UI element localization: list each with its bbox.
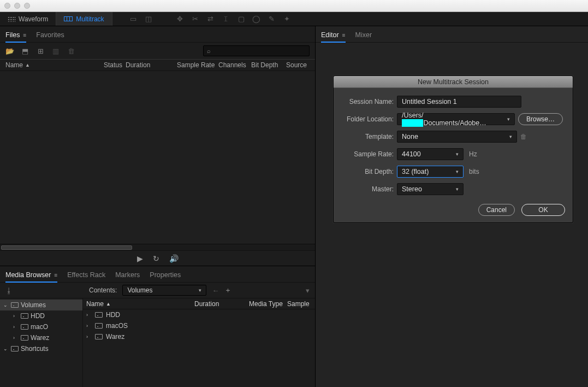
contents-select[interactable]: Volumes ▾ [122,285,206,296]
expand-arrow-icon[interactable]: ⌄ [3,302,9,308]
waveform-icon [8,16,15,22]
tool-heal-icon[interactable]: ✦ [283,15,292,24]
tree-label: Warez [31,334,49,342]
tree-label: Volumes [21,301,46,309]
dialog-title: New Multitrack Session [334,76,573,88]
col-duration[interactable]: Duration [126,61,177,69]
drive-icon [95,312,103,318]
expand-arrow-icon[interactable]: › [13,335,19,341]
cancel-button[interactable]: Cancel [478,204,515,216]
label-session-name: Session Name: [341,98,394,105]
browse-button[interactable]: Browse… [518,113,563,125]
chevron-down-icon: ▾ [456,151,459,157]
ok-button[interactable]: OK [521,204,565,216]
zoom-traffic-light[interactable] [24,3,30,9]
delete-icon[interactable]: 🗑 [67,47,75,55]
expand-arrow-icon[interactable]: › [13,324,19,330]
tree-row-shortcuts[interactable]: ⌄ Shortcuts [0,343,82,354]
tree-label: Shortcuts [21,345,49,353]
files-tab-menu-icon[interactable]: ≡ [23,32,26,38]
sample-rate-select[interactable]: 44100 ▾ [397,148,464,160]
list-col-media-type[interactable]: Media Type [249,300,287,308]
template-select[interactable]: None ▾ [397,131,517,143]
list-item[interactable]: › Warez [83,331,315,342]
expand-arrow-icon[interactable]: ⌄ [3,346,9,351]
tool-razor-icon[interactable]: ✂ [191,15,200,24]
label-template: Template: [341,133,394,140]
tool-b-icon[interactable]: ◫ [144,15,153,24]
back-icon[interactable]: ← [212,286,219,295]
add-shortcut-icon[interactable]: ＋ [224,285,231,295]
open-file-icon[interactable]: 📂 [5,47,14,55]
mode-multitrack-tab[interactable]: Multitrack [56,12,112,26]
editor-tab-menu-icon[interactable]: ≡ [342,32,346,38]
master-select[interactable]: Stereo ▾ [397,183,464,195]
row-folder-location: Folder Location: /Users/████Documents/Ad… [341,113,565,125]
col-bit-depth[interactable]: Bit Depth [251,61,286,69]
tab-markers[interactable]: Markers [115,271,140,282]
loop-icon[interactable]: ↻ [153,254,159,263]
tool-lasso-icon[interactable]: ◯ [252,15,261,24]
tab-effects-rack[interactable]: Effects Rack [67,271,105,282]
files-horiz-scrollbar[interactable] [0,244,315,250]
dialog-actions: Cancel OK [341,201,565,216]
row-bit-depth: Bit Depth: 32 (float) ▾ bits [341,166,565,178]
tree-row-maco[interactable]: › macO [0,321,82,332]
filter-icon[interactable]: ▾ [306,286,310,295]
minimize-traffic-light[interactable] [14,3,20,9]
tab-editor-label: Editor [321,31,339,39]
col-status[interactable]: Status [104,61,126,69]
delete-template-icon[interactable]: 🗑 [520,133,527,140]
new-file-icon[interactable]: ⊞ [36,47,45,55]
files-scrollbar-thumb[interactable] [1,245,132,250]
col-channels[interactable]: Channels [218,61,251,69]
tool-a-icon[interactable]: ▭ [129,15,138,24]
tab-mixer[interactable]: Mixer [355,31,372,42]
tool-slip-icon[interactable]: ⇄ [206,15,215,24]
left-column: Files ≡ Favorites 📂 ⬒ ⊞ ▥ 🗑 ⌕ Name ▲ Sta… [0,26,316,387]
col-sample-rate[interactable]: Sample Rate [177,61,218,69]
expand-arrow-icon[interactable]: › [86,312,92,318]
session-name-input[interactable]: Untitled Session 1 [397,96,521,108]
list-col-duration[interactable]: Duration [194,300,249,308]
tree-label: macO [31,323,48,331]
chevron-down-icon: ▾ [509,134,512,139]
tab-properties[interactable]: Properties [150,271,181,282]
tree-row-warez[interactable]: › Warez [0,332,82,343]
expand-arrow-icon[interactable]: › [86,334,92,339]
close-traffic-light[interactable] [4,3,10,9]
list-col-name[interactable]: Name ▲ [86,300,194,308]
media-tab-menu-icon[interactable]: ≡ [54,272,57,278]
chevron-down-icon: ▾ [456,169,459,174]
tree-row-volumes[interactable]: ⌄ Volumes [0,300,82,310]
label-sample-rate: Sample Rate: [341,150,394,158]
tool-brush-icon[interactable]: ✎ [268,15,276,24]
list-item[interactable]: › HDD [83,309,315,320]
play-icon[interactable]: ▶ [137,254,143,263]
files-columns-header: Name ▲ Status Duration Sample Rate Chann… [0,59,315,71]
list-item-name: macOS [106,322,128,330]
list-item[interactable]: › macOS [83,320,315,331]
col-name[interactable]: Name ▲ [5,61,104,69]
mode-waveform-tab[interactable]: Waveform [0,12,56,26]
auto-play-icon[interactable]: 🔊 [169,254,179,263]
list-col-sample[interactable]: Sample [287,300,310,308]
bit-depth-select[interactable]: 32 (float) ▾ [397,166,464,178]
files-search-input[interactable]: ⌕ [203,45,310,56]
insert-clip-icon[interactable]: ▥ [51,47,60,55]
media-body: ⌄ Volumes › HDD › macO [0,298,315,387]
tool-marquee-icon[interactable]: ▢ [237,15,246,24]
tab-editor[interactable]: Editor ≡ [321,31,346,43]
expand-arrow-icon[interactable]: › [13,313,19,319]
tool-time-icon[interactable]: 𝙸 [222,15,230,24]
tab-favorites[interactable]: Favorites [36,31,64,42]
tab-media-browser[interactable]: Media Browser ≡ [5,271,57,283]
tree-row-hdd[interactable]: › HDD [0,310,82,321]
download-icon[interactable]: ⭳ [5,286,13,295]
tool-move-icon[interactable]: ✥ [176,15,185,24]
folder-location-select[interactable]: /Users/████Documents/Adobe… ▾ [397,113,515,125]
col-source[interactable]: Source [286,61,307,69]
record-file-icon[interactable]: ⬒ [21,47,29,55]
tab-files[interactable]: Files ≡ [5,31,26,43]
expand-arrow-icon[interactable]: › [86,323,92,329]
